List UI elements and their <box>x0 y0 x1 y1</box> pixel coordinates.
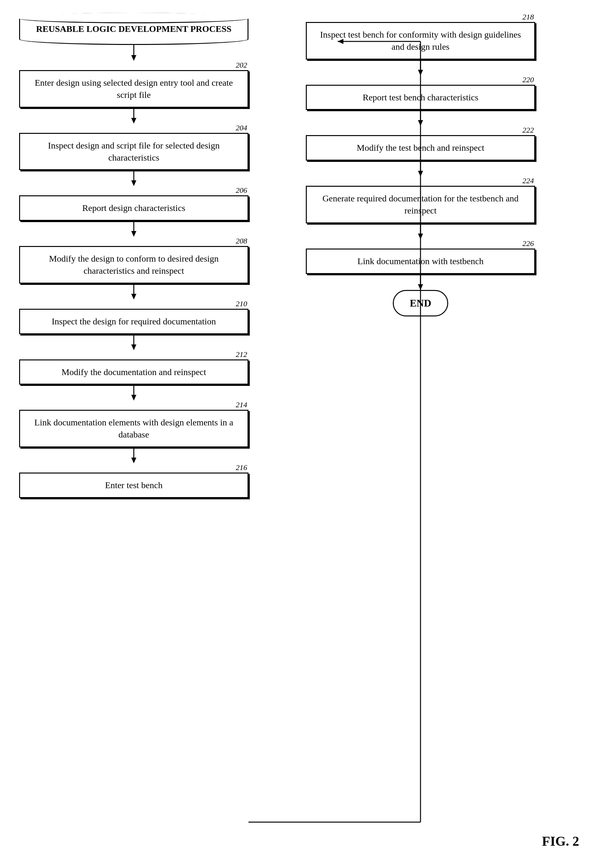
arrow-218-220 <box>306 60 535 76</box>
step-214-wrapper: 214 Link documentation elements with des… <box>19 400 249 447</box>
diagram-container: FIG. 2 REUSABLE LOGIC DEVELOPMENT PROCES… <box>0 0 611 868</box>
step-210-box: Inspect the design for required document… <box>19 309 249 334</box>
step-222-label: 222 <box>523 126 534 135</box>
end-oval: END <box>393 290 448 316</box>
step-214-label: 214 <box>236 400 247 409</box>
arrow-214-216 <box>19 447 249 463</box>
arrow-210-212 <box>19 334 249 350</box>
svg-marker-1 <box>131 55 136 61</box>
svg-marker-17 <box>418 70 423 76</box>
svg-marker-13 <box>131 395 136 400</box>
svg-marker-21 <box>418 171 423 177</box>
arrow-208-210 <box>19 284 249 299</box>
start-cylinder-step: REUSABLE LOGIC DEVELOPMENT PROCESS <box>19 13 249 45</box>
step-218-box: Inspect test bench for conformity with d… <box>306 22 535 60</box>
step-216-box: Enter test bench <box>19 473 249 498</box>
step-204-box: Inspect design and script file for selec… <box>19 133 249 170</box>
arrow-224-226 <box>306 223 535 239</box>
step-218-label: 218 <box>523 13 534 21</box>
step-208-wrapper: 208 Modify the design to conform to desi… <box>19 237 249 284</box>
step-220-box: Report test bench characteristics <box>306 85 535 110</box>
arrow-222-224 <box>306 161 535 177</box>
step-208-box: Modify the design to conform to desired … <box>19 246 249 284</box>
step-222-box: Modify the test bench and reinspect <box>306 135 535 161</box>
arrow-start-202 <box>19 45 249 61</box>
step-216-label: 216 <box>236 463 247 472</box>
step-212-wrapper: 212 Modify the documentation and reinspe… <box>19 350 249 385</box>
step-226-box: Link documentation with testbench <box>306 248 535 274</box>
fig-label: FIG. 2 <box>542 834 579 849</box>
arrow-202-204 <box>19 108 249 124</box>
step-224-box: Generate required documentation for the … <box>306 186 535 223</box>
arrow-204-206 <box>19 170 249 186</box>
step-226-wrapper: 226 Link documentation with testbench <box>306 239 535 274</box>
step-212-label: 212 <box>236 350 247 359</box>
step-224-label: 224 <box>523 177 534 185</box>
step-206-wrapper: 206 Report design characteristics <box>19 186 249 221</box>
svg-marker-25 <box>418 284 423 290</box>
start-box: REUSABLE LOGIC DEVELOPMENT PROCESS <box>19 13 249 45</box>
svg-marker-3 <box>131 118 136 124</box>
left-column: REUSABLE LOGIC DEVELOPMENT PROCESS 202 E… <box>19 13 249 498</box>
step-226-label: 226 <box>523 239 534 248</box>
step-202-label: 202 <box>236 61 247 70</box>
step-220-label: 220 <box>523 76 534 84</box>
step-222-wrapper: 222 Modify the test bench and reinspect <box>306 126 535 161</box>
arrow-226-end <box>306 274 535 290</box>
svg-marker-15 <box>131 457 136 463</box>
arrow-220-222 <box>306 110 535 126</box>
svg-marker-23 <box>418 234 423 239</box>
step-202-wrapper: 202 Enter design using selected design e… <box>19 61 249 108</box>
step-208-label: 208 <box>236 237 247 245</box>
step-206-box: Report design characteristics <box>19 195 249 221</box>
step-204-label: 204 <box>236 124 247 132</box>
svg-marker-7 <box>131 231 136 237</box>
step-206-label: 206 <box>236 186 247 195</box>
step-210-label: 210 <box>236 299 247 308</box>
step-224-wrapper: 224 Generate required documentation for … <box>306 177 535 223</box>
step-218-wrapper: 218 Inspect test bench for conformity wi… <box>306 13 535 60</box>
arrow-212-214 <box>19 384 249 400</box>
arrow-206-208 <box>19 221 249 237</box>
step-210-wrapper: 210 Inspect the design for required docu… <box>19 299 249 334</box>
svg-marker-9 <box>131 294 136 299</box>
end-wrapper: END <box>306 290 535 316</box>
step-220-wrapper: 220 Report test bench characteristics <box>306 76 535 110</box>
step-202-box: Enter design using selected design entry… <box>19 70 249 108</box>
right-column: 218 Inspect test bench for conformity wi… <box>306 13 535 316</box>
step-214-box: Link documentation elements with design … <box>19 410 249 447</box>
step-216-wrapper: 216 Enter test bench <box>19 463 249 498</box>
svg-marker-19 <box>418 120 423 126</box>
svg-marker-11 <box>131 344 136 350</box>
step-212-box: Modify the documentation and reinspect <box>19 360 249 385</box>
svg-marker-5 <box>131 180 136 186</box>
step-204-wrapper: 204 Inspect design and script file for s… <box>19 124 249 170</box>
